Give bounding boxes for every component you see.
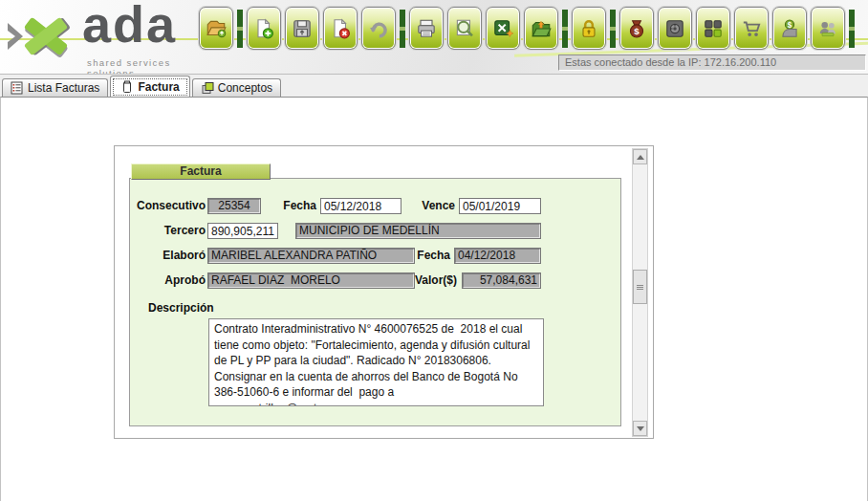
- cart-button[interactable]: [734, 7, 769, 50]
- valor-label: Valor($): [410, 272, 457, 289]
- scroll-up-button[interactable]: [633, 149, 647, 164]
- lock-icon: [577, 17, 600, 40]
- save-button[interactable]: [285, 7, 319, 50]
- ada-x-logo-icon: [4, 10, 78, 65]
- users-button[interactable]: [811, 7, 845, 50]
- valor-field: 57,084,631: [462, 272, 541, 289]
- tab-label: Conceptos: [218, 81, 272, 95]
- archive-button[interactable]: [524, 7, 558, 50]
- open-folder-button[interactable]: [199, 7, 233, 50]
- toolbar: $: [199, 7, 855, 50]
- magnifier-icon: [453, 17, 476, 40]
- tab-label: Lista Facturas: [28, 81, 99, 95]
- fecha-input[interactable]: [320, 198, 401, 214]
- green-folder-icon: [530, 17, 553, 40]
- tercero-label: Tercero: [132, 223, 206, 239]
- money-button[interactable]: $: [619, 7, 654, 50]
- descripcion-label: Descripción: [148, 300, 234, 316]
- print-icon: [415, 17, 438, 40]
- tab-conceptos[interactable]: Conceptos: [192, 78, 281, 97]
- toolbar-separator: [849, 10, 855, 48]
- svg-text:$: $: [788, 20, 792, 29]
- fecha-elaboro-label: Fecha: [407, 248, 450, 264]
- preview-button[interactable]: [447, 7, 482, 50]
- brand-tagline: shared services solutions: [87, 57, 203, 75]
- money-bag-icon: $: [625, 17, 648, 40]
- consecutivo-field: 25354: [207, 198, 261, 214]
- toolbar-separator: [237, 10, 243, 48]
- excel-export-icon: [491, 17, 514, 40]
- factura-form-panel: Consecutivo 25354 Fecha Vence Tercero MU…: [129, 178, 621, 426]
- svg-text:$: $: [634, 25, 640, 35]
- application-window: ada shared services solutions: [0, 0, 868, 501]
- safe-button[interactable]: [658, 7, 692, 50]
- fecha-label: Fecha: [273, 198, 316, 214]
- toolbar-separator: [610, 10, 616, 48]
- users-icon: [816, 17, 839, 40]
- elaboro-field: MARIBEL ALEXANDRA PATIÑO: [207, 248, 415, 264]
- connection-status-bar: Estas conectado desde la IP: 172.16.200.…: [558, 54, 866, 71]
- cart-icon: [740, 17, 763, 40]
- new-document-button[interactable]: [247, 7, 281, 50]
- descripcion-textarea[interactable]: Contrato Interadministrativo N° 46000765…: [208, 318, 544, 406]
- aprobo-label: Aprobó: [132, 272, 206, 289]
- triangle-up-icon: [637, 155, 644, 160]
- thumb-grip-icon: [637, 285, 643, 290]
- vence-input[interactable]: [459, 198, 541, 214]
- tercero-input[interactable]: [207, 223, 278, 239]
- undo-button[interactable]: [361, 7, 396, 50]
- factura-panel-header: Factura: [131, 163, 271, 180]
- header: ada shared services solutions: [0, 0, 868, 75]
- save-icon: [291, 17, 314, 40]
- consecutivo-label: Consecutivo: [132, 198, 206, 214]
- payments-button[interactable]: $: [772, 7, 807, 50]
- grid-icon: [702, 17, 725, 40]
- excel-export-button[interactable]: [486, 7, 520, 50]
- elaboro-label: Elaboró: [132, 248, 206, 264]
- print-button[interactable]: [409, 7, 444, 50]
- safe-icon: [663, 17, 686, 40]
- hand-money-icon: $: [778, 17, 801, 40]
- undo-icon: [367, 17, 390, 40]
- list-icon: [11, 81, 24, 95]
- scrollbar-thumb[interactable]: [633, 270, 647, 304]
- delete-document-button[interactable]: [323, 7, 358, 50]
- modules-button[interactable]: [696, 7, 730, 50]
- new-document-icon: [252, 17, 275, 40]
- folder-open-icon: [205, 17, 228, 40]
- tab-label: Factura: [138, 80, 179, 94]
- layers-icon: [201, 81, 214, 95]
- factura-groupbox: Factura Consecutivo 25354 Fecha Vence Te…: [114, 145, 654, 439]
- lock-button[interactable]: [572, 7, 606, 50]
- tab-lista-facturas[interactable]: Lista Facturas: [2, 78, 108, 97]
- toolbar-separator: [562, 10, 568, 48]
- toolbar-separator: [400, 10, 405, 48]
- tercero-name-field: MUNICIPIO DE MEDELLÍN: [295, 223, 541, 239]
- tab-page-factura: Factura Consecutivo 25354 Fecha Vence Te…: [0, 97, 868, 501]
- fecha-elaboro-field: 04/12/2018: [454, 248, 541, 264]
- document-icon: [120, 80, 134, 94]
- brand-wordmark: ada: [82, 0, 177, 54]
- scroll-down-button[interactable]: [633, 421, 647, 436]
- delete-document-icon: [329, 17, 352, 40]
- ada-logo: ada shared services solutions: [2, 4, 203, 73]
- aprobo-field: RAFAEL DIAZ MORELO: [207, 272, 415, 289]
- tab-factura[interactable]: Factura: [110, 76, 189, 97]
- triangle-down-icon: [637, 426, 644, 431]
- vertical-scrollbar[interactable]: [632, 148, 648, 437]
- vence-label: Vence: [412, 198, 455, 214]
